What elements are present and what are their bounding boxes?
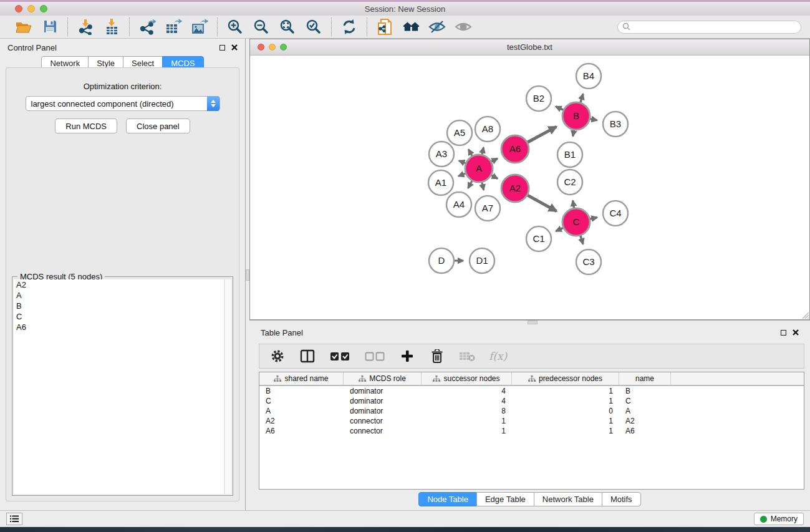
graph-edge-A-A7[interactable]	[482, 182, 484, 190]
table-row-a6[interactable]: A6connector11A6	[259, 426, 804, 436]
result-item-a2[interactable]: A2	[14, 279, 224, 290]
graph-edge-A2-C[interactable]	[527, 195, 556, 211]
graph-node-D1[interactable]: D1	[470, 248, 494, 273]
table-row-a[interactable]: Adominator80A	[259, 406, 804, 416]
tab-node-table[interactable]: Node Table	[418, 492, 477, 506]
graph-node-C1[interactable]: C1	[526, 226, 551, 251]
result-item-b[interactable]: B	[14, 301, 224, 311]
graph-node-A8[interactable]: A8	[475, 117, 500, 142]
tab-motifs[interactable]: Motifs	[602, 492, 641, 506]
tab-edge-table[interactable]: Edge Table	[476, 492, 534, 506]
table-row-c[interactable]: Cdominator41C	[259, 396, 804, 406]
tab-network-table[interactable]: Network Table	[534, 492, 602, 506]
graph-edge-B-B2[interactable]	[556, 107, 564, 110]
graph-edge-C-C2[interactable]	[573, 201, 574, 209]
graph-edge-C-C3[interactable]	[581, 235, 584, 244]
graph-edge-A-A4[interactable]	[468, 180, 473, 188]
export-image-icon[interactable]	[191, 18, 208, 36]
column-header-name[interactable]: name	[619, 372, 671, 385]
show-all-icon[interactable]	[402, 18, 420, 36]
graph-node-B2[interactable]: B2	[526, 86, 551, 111]
graph-edge-B-B1[interactable]	[573, 130, 574, 137]
window-resize-grip[interactable]	[801, 311, 809, 319]
graph-node-A6[interactable]: A6	[501, 135, 529, 163]
import-network-icon[interactable]	[77, 18, 94, 36]
graph-edge-A-A2[interactable]	[491, 175, 498, 179]
table-row-a2[interactable]: A2connector11A2	[259, 416, 804, 426]
search-input[interactable]	[617, 21, 801, 34]
graph-node-B[interactable]: B	[562, 102, 590, 130]
network-canvas[interactable]: B4B2BB3A8A5A6B1A3AA1C2A2A4A7C4CC1C3DD1	[250, 56, 809, 319]
graph-edge-B-B3[interactable]	[590, 118, 597, 120]
float-panel-icon[interactable]	[219, 45, 225, 51]
new-network-from-selection-icon[interactable]	[376, 18, 393, 36]
deselect-all-icon[interactable]	[364, 348, 385, 364]
graph-node-C4[interactable]: C4	[603, 201, 628, 226]
graph-node-B3[interactable]: B3	[603, 112, 628, 137]
close-table-panel-icon[interactable]	[793, 329, 799, 336]
result-scrollbar[interactable]	[224, 279, 231, 494]
task-history-button[interactable]	[6, 513, 22, 525]
graph-node-D[interactable]: D	[429, 248, 454, 273]
graph-node-A1[interactable]: A1	[428, 170, 453, 195]
table-row-b[interactable]: Bdominator41B	[259, 386, 804, 396]
zoom-selected-icon[interactable]	[305, 18, 322, 36]
graph-edge-A-A5[interactable]	[468, 149, 472, 156]
hide-selected-icon[interactable]	[428, 18, 446, 36]
graph-node-B1[interactable]: B1	[557, 142, 582, 167]
horizontal-splitter[interactable]	[249, 320, 810, 324]
export-network-icon[interactable]	[138, 18, 156, 36]
graph-edge-A-A1[interactable]	[458, 173, 466, 177]
result-item-c[interactable]: C	[14, 311, 224, 322]
add-column-icon[interactable]	[399, 348, 415, 364]
vertical-splitter[interactable]	[245, 39, 249, 510]
graph-node-A2[interactable]: A2	[501, 175, 529, 202]
open-session-icon[interactable]	[15, 18, 32, 36]
cell-mcds-role: connector	[344, 426, 422, 436]
save-session-icon[interactable]	[41, 18, 59, 36]
zoom-in-icon[interactable]	[226, 18, 244, 36]
graph-node-A7[interactable]: A7	[475, 196, 500, 221]
column-header-mcds-role[interactable]: MCDS role	[344, 372, 422, 385]
float-table-panel-icon[interactable]	[781, 330, 786, 336]
graph-node-C2[interactable]: C2	[557, 170, 582, 195]
graph-node-A5[interactable]: A5	[447, 120, 472, 145]
svg-text:B2: B2	[533, 93, 544, 104]
graph-edge-A-A6[interactable]	[491, 158, 497, 162]
graph-edge-C-C1[interactable]	[556, 228, 564, 231]
export-table-icon[interactable]	[165, 18, 182, 36]
refresh-icon[interactable]	[340, 18, 358, 36]
column-header-predecessor-nodes[interactable]: predecessor nodes	[512, 372, 619, 385]
table-body: Bdominator41BCdominator41CAdominator80AA…	[259, 386, 804, 436]
cell-shared-name: A	[259, 406, 344, 416]
memory-button[interactable]: Memory	[754, 513, 804, 525]
graph-node-B4[interactable]: B4	[576, 64, 601, 89]
close-panel-icon[interactable]	[231, 44, 238, 51]
delete-icon[interactable]	[429, 348, 445, 364]
zoom-out-icon[interactable]	[253, 18, 270, 36]
graph-edge-A-A8[interactable]	[482, 147, 484, 155]
column-header-shared-name[interactable]: shared name	[259, 372, 344, 385]
graph-node-C3[interactable]: C3	[576, 249, 601, 274]
run-mcds-button[interactable]: Run MCDS	[55, 118, 117, 133]
columns-icon[interactable]	[299, 348, 316, 364]
graph-node-A[interactable]: A	[465, 155, 493, 182]
show-hidden-icon[interactable]	[455, 18, 472, 36]
graph-edge-A6-B[interactable]	[527, 127, 556, 142]
zoom-fit-icon[interactable]	[279, 18, 296, 36]
gear-icon[interactable]	[269, 348, 286, 364]
column-header-successor-nodes[interactable]: successor nodes	[422, 372, 512, 385]
graph-node-C[interactable]: C	[562, 208, 590, 236]
result-item-a6[interactable]: A6	[14, 322, 224, 332]
graph-node-A3[interactable]: A3	[429, 142, 454, 167]
graph-edge-C-C4[interactable]	[590, 218, 597, 220]
criterion-select[interactable]: largest connected component (directed)	[26, 96, 220, 111]
select-all-icon[interactable]	[329, 348, 350, 364]
close-panel-button[interactable]: Close panel	[126, 118, 190, 133]
graph-edge-A-A3[interactable]	[459, 161, 466, 163]
graph-node-A4[interactable]: A4	[446, 192, 471, 217]
result-item-a[interactable]: A	[14, 290, 224, 301]
graph-edge-B-B4[interactable]	[581, 94, 584, 103]
import-table-icon[interactable]	[103, 18, 120, 36]
desktop-wallpaper-strip	[0, 527, 810, 532]
